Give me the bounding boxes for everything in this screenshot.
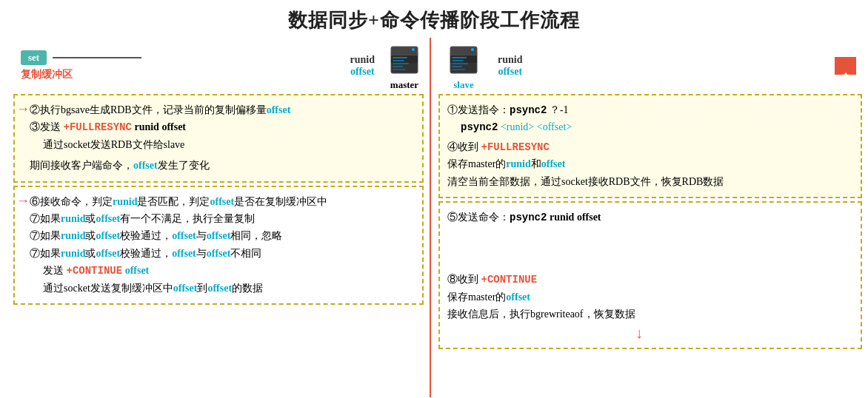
side-labels: 全量复制: [835, 57, 856, 75]
right-sections: ①发送指令：psync2 ？-1 psync2 <runid> <offset>…: [438, 94, 862, 397]
r-partial-line4: 接收信息后，执行bgrewriteaof，恢复数据: [447, 306, 831, 323]
set-button[interactable]: set: [21, 50, 47, 65]
svg-rect-10: [450, 47, 477, 55]
page: 数据同步+命令传播阶段工作流程 set 复制缓冲区 runid offset: [0, 0, 868, 398]
runid-label-right: runid: [498, 54, 522, 66]
slave-server-icon: [444, 41, 483, 79]
svg-rect-13: [452, 57, 467, 58]
left-sections: → ②执行bgsave生成RDB文件，记录当前的复制偏移量offset ③发送 …: [13, 94, 424, 397]
partial-line5: 发送 +CONTINUE offset: [43, 263, 415, 279]
arrow-icon-full: →: [16, 101, 30, 117]
runid-label-left: runid: [350, 54, 375, 66]
master-server: master: [385, 41, 424, 91]
svg-rect-7: [393, 66, 403, 67]
r-full-line5: 清空当前全部数据，通过socket接收RDB文件，恢复RDB数据: [447, 174, 831, 190]
full-line1: ②执行bgsave生成RDB文件，记录当前的复制偏移量offset: [30, 102, 415, 118]
svg-rect-1: [391, 47, 418, 55]
offset-label-right: offset: [498, 66, 522, 78]
r-full-line1: ①发送指令：psync2 ？-1: [447, 102, 831, 118]
full-line3: 通过socket发送RDB文件给slave: [43, 137, 415, 153]
r-full-line3: ④收到 +FULLRESYNC: [447, 139, 831, 155]
right-full-section: ①发送指令：psync2 ？-1 psync2 <runid> <offset>…: [438, 94, 862, 198]
svg-rect-16: [452, 66, 462, 67]
master-server-icon: [385, 41, 424, 79]
r-full-line2: psync2 <runid> <offset>: [461, 119, 831, 135]
r-partial-line3: 保存master的offset: [447, 289, 831, 306]
partial-line4: ⑦如果runid或offset校验通过，offset与offset不相同: [30, 246, 415, 262]
right-runid-offset: runid offset: [498, 54, 522, 78]
arrow-icon-partial: →: [16, 193, 30, 209]
svg-rect-6: [393, 63, 409, 64]
partial-line3: ⑦如果runid或offset校验通过，offset与offset相同，忽略: [30, 228, 415, 244]
buffer-label: 复制缓冲区: [21, 68, 73, 81]
full-label: 全量复制: [835, 57, 856, 75]
right-partial-section: ⑤发送命令：psync2 runid offset ⑧收到 +CONTINUE …: [438, 201, 862, 349]
partial-line6: 通过socket发送复制缓冲区中offset到offset的数据: [43, 280, 415, 297]
down-arrow-icon: ↓: [447, 325, 831, 342]
main-layout: set 复制缓冲区 runid offset: [0, 38, 868, 397]
partial-right-spacer: [447, 226, 831, 271]
right-header: slave runid offset 全量复制: [438, 38, 862, 94]
left-runid-offset: runid offset: [350, 54, 375, 78]
left-full-section: → ②执行bgsave生成RDB文件，记录当前的复制偏移量offset ③发送 …: [13, 94, 424, 183]
r-partial-line1: ⑤发送命令：psync2 runid offset: [447, 209, 831, 226]
svg-point-12: [471, 48, 474, 51]
left-header: set 复制缓冲区 runid offset: [13, 38, 424, 94]
svg-rect-4: [393, 57, 407, 58]
svg-rect-11: [450, 55, 477, 63]
page-title: 数据同步+命令传播阶段工作流程: [0, 0, 868, 38]
partial-line1: ⑥接收命令，判定runid是否匹配，判定offset是否在复制缓冲区中: [30, 194, 415, 210]
master-label: master: [390, 79, 418, 91]
full-line4: 期间接收客户端命令，offset发生了变化: [30, 158, 415, 174]
svg-rect-15: [452, 63, 468, 64]
svg-rect-8: [393, 69, 406, 70]
r-partial-line2: ⑧收到 +CONTINUE: [447, 271, 831, 288]
r-full-line4: 保存master的runid和offset: [447, 156, 831, 172]
svg-rect-5: [393, 60, 404, 61]
partial-line2: ⑦如果runid或offset有一个不满足，执行全量复制: [30, 211, 415, 227]
buffer-line: [53, 57, 141, 58]
left-partial-section: → ⑥接收命令，判定runid是否匹配，判定offset是否在复制缓冲区中 ⑦如…: [13, 186, 424, 305]
svg-rect-2: [391, 55, 418, 63]
slave-server: slave: [444, 41, 483, 91]
offset-label-left: offset: [350, 66, 375, 78]
svg-rect-14: [452, 60, 464, 61]
full-line2: ③发送 +FULLRESYNC runid offset: [30, 119, 415, 135]
left-panel: set 复制缓冲区 runid offset: [0, 38, 430, 397]
right-panel: slave runid offset 全量复制 ①发送指令：psync2 ？-1: [431, 38, 868, 397]
slave-label: slave: [453, 79, 473, 91]
svg-point-3: [412, 48, 415, 51]
svg-rect-17: [452, 69, 465, 70]
